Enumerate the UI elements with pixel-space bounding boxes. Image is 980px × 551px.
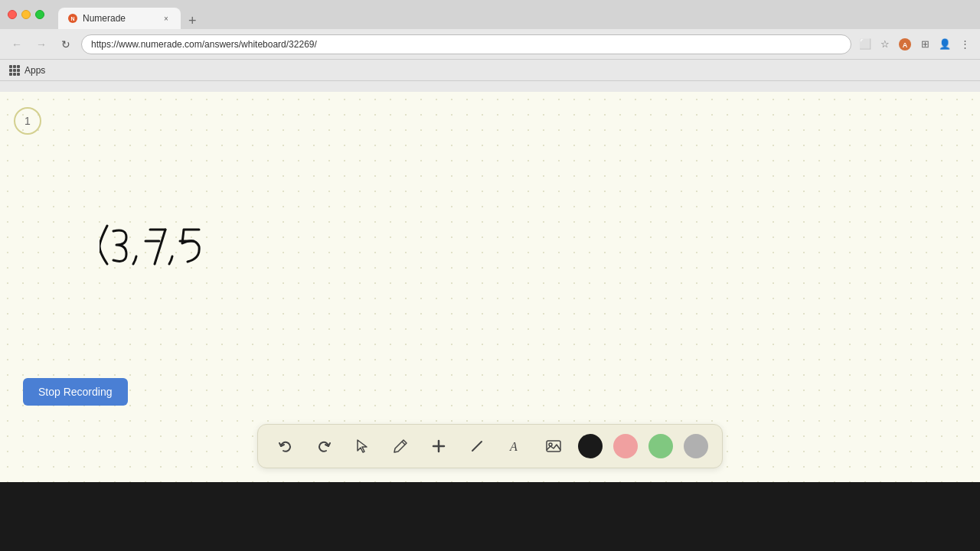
apps-grid-icon[interactable] [9,65,20,76]
undo-icon [277,438,294,455]
extension-icon[interactable]: ⊞ [917,37,933,52]
plus-icon [431,439,446,454]
color-pink-button[interactable] [613,434,638,458]
whiteboard[interactable]: 1 Stop Recording [0,92,980,482]
svg-text:A: A [903,41,908,49]
address-bar[interactable]: https://www.numerade.com/answers/whitebo… [81,34,851,54]
page-number: 1 [24,115,31,127]
new-tab-button[interactable]: + [184,13,201,29]
profile-icon[interactable]: A [897,37,913,52]
svg-line-11 [472,442,482,451]
maximize-button[interactable] [35,10,44,19]
eraser-button[interactable] [463,432,491,460]
toolbar: A [257,424,723,468]
color-gray-button[interactable] [684,434,708,458]
nav-icons: ⬜ ☆ A ⊞ 👤 ⋮ [858,37,972,52]
close-button[interactable] [8,10,17,19]
bookmark-icon[interactable]: ☆ [877,37,893,52]
pen-icon [393,439,408,454]
cast-icon[interactable]: ⬜ [858,37,873,52]
redo-icon [315,438,332,455]
select-button[interactable] [348,432,376,460]
image-icon [545,438,562,455]
account-icon[interactable]: 👤 [937,37,952,52]
undo-button[interactable] [272,432,299,460]
tabs-bar: N Numerade × + [58,0,201,29]
stop-recording-button[interactable]: Stop Recording [23,378,128,406]
color-black-button[interactable] [578,434,603,458]
add-button[interactable] [425,432,452,460]
redo-button[interactable] [310,432,338,460]
apps-bar: Apps [0,60,980,81]
text-button[interactable]: A [501,432,529,460]
text-icon: A [508,439,523,454]
svg-line-8 [402,442,405,445]
eraser-icon [469,439,485,454]
page-indicator: 1 [14,107,41,135]
title-bar: N Numerade × + [0,0,980,29]
navigation-bar: ← → ↻ https://www.numerade.com/answers/w… [0,29,980,60]
image-button[interactable] [540,432,567,460]
tab-close-button[interactable]: × [161,13,172,24]
math-expression [100,214,283,276]
active-tab[interactable]: N Numerade × [58,8,181,29]
tab-favicon: N [67,13,78,24]
svg-text:A: A [509,440,518,453]
forward-button[interactable]: → [32,35,51,54]
color-green-button[interactable] [648,434,673,458]
menu-icon[interactable]: ⋮ [957,37,972,52]
refresh-button[interactable]: ↻ [57,35,75,54]
svg-text:N: N [70,16,74,21]
svg-line-6 [155,230,165,264]
pen-button[interactable] [387,432,414,460]
tab-title: Numerade [83,13,126,24]
traffic-lights [8,10,44,19]
url-text: https://www.numerade.com/answers/whitebo… [91,39,317,50]
minimize-button[interactable] [21,10,31,19]
apps-label: Apps [24,65,45,76]
cursor-icon [354,439,370,454]
back-button[interactable]: ← [8,35,26,54]
